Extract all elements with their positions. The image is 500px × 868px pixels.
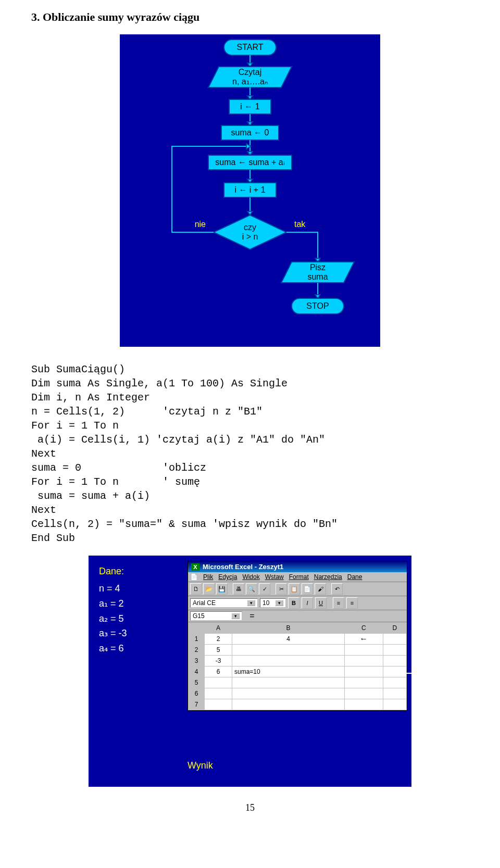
excel-toolbar[interactable]: 🗋 📂 💾 🖶 🔍 ✓ ✂ 📋 📄 🖌 ↶ — [188, 582, 407, 596]
corner-cell[interactable] — [189, 623, 205, 634]
row-header[interactable]: 2 — [189, 645, 205, 656]
undo-icon[interactable]: ↶ — [331, 583, 343, 595]
bold-icon[interactable]: B — [288, 597, 299, 609]
font-combo-value: Arial CE — [193, 599, 216, 607]
fontsize-value: 10 — [262, 599, 269, 607]
excel-menubar[interactable]: 📄 Plik Edycja Widok Wstaw Format Narzędz… — [188, 572, 407, 582]
name-box[interactable]: G15▾ — [190, 611, 242, 621]
svg-marker-20 — [315, 258, 320, 262]
code-comment: ' sumę — [162, 476, 200, 488]
cell[interactable] — [205, 699, 232, 710]
save-icon[interactable]: 💾 — [216, 583, 228, 595]
menu-item[interactable]: Dane — [347, 573, 362, 581]
print-icon[interactable]: 🖶 — [233, 583, 244, 595]
excel-format-bar[interactable]: Arial CE▾ 10▾ B I U ≡ ≡ — [188, 596, 407, 610]
svg-marker-14 — [247, 179, 253, 183]
flow-yes-label: tak — [294, 220, 306, 229]
col-header[interactable]: B — [232, 623, 345, 634]
excel-namebox-row[interactable]: G15▾ = — [188, 610, 407, 622]
fontsize-combo[interactable]: 10▾ — [260, 598, 286, 608]
flow-stop: STOP — [306, 301, 329, 310]
cell[interactable]: 4 — [232, 634, 345, 645]
cell[interactable] — [383, 656, 406, 666]
cell[interactable]: 2 — [205, 634, 232, 645]
code-line: For i = 1 To n — [31, 420, 119, 432]
cell[interactable] — [383, 634, 406, 645]
cell[interactable] — [232, 699, 345, 710]
formula-eq: = — [244, 611, 260, 621]
cell[interactable] — [345, 645, 383, 656]
flow-start: START — [237, 43, 264, 52]
align-left-icon[interactable]: ≡ — [333, 597, 344, 609]
wynik-label: Wynik — [188, 760, 401, 771]
code-line: suma = 0 — [31, 462, 81, 474]
cell[interactable] — [345, 699, 383, 710]
cell[interactable] — [345, 688, 383, 699]
col-header[interactable]: A — [205, 623, 232, 634]
preview-icon[interactable]: 🔍 — [246, 583, 257, 595]
spell-icon[interactable]: ✓ — [259, 583, 270, 595]
format-painter-icon[interactable]: 🖌 — [315, 583, 326, 595]
chevron-down-icon[interactable]: ▾ — [275, 600, 283, 606]
cell[interactable] — [345, 656, 383, 666]
cell[interactable]: 5 — [205, 645, 232, 656]
cell[interactable] — [383, 699, 406, 710]
cut-icon[interactable]: ✂ — [276, 583, 287, 595]
row-header[interactable]: 3 — [189, 656, 205, 666]
cell[interactable] — [383, 688, 406, 699]
col-header[interactable]: D — [383, 623, 406, 634]
cell[interactable] — [232, 656, 345, 666]
cell[interactable]: 6 — [205, 666, 232, 677]
flow-read-label: Czytaj — [239, 68, 261, 77]
col-header[interactable]: C — [345, 623, 383, 634]
svg-marker-2 — [247, 63, 253, 67]
flow-init-sum: suma ← 0 — [231, 128, 269, 137]
excel-file-icon: 📄 — [190, 573, 198, 581]
chevron-down-icon[interactable]: ▾ — [247, 600, 255, 606]
vba-code-block: Sub SumaCiągu() Dim suma As Single, a(1 … — [31, 362, 469, 545]
row-header[interactable]: 5 — [189, 677, 205, 688]
excel-grid[interactable]: A B C D 124← 25 3-3 46suma=10 5 6 7 — [188, 622, 407, 710]
cell[interactable] — [383, 645, 406, 656]
cell[interactable] — [232, 688, 345, 699]
cell[interactable] — [205, 688, 232, 699]
cell[interactable]: suma=10 — [232, 666, 345, 677]
menu-item[interactable]: Wstaw — [265, 573, 284, 581]
excel-title-text: Microsoft Excel - Zeszyt1 — [203, 563, 283, 571]
cell[interactable] — [345, 666, 383, 677]
underline-icon[interactable]: U — [315, 597, 327, 609]
menu-item[interactable]: Widok — [242, 573, 259, 581]
menu-item[interactable]: Narzędzia — [314, 573, 342, 581]
row-header[interactable]: 7 — [189, 699, 205, 710]
code-line: For i = 1 To n — [31, 476, 119, 488]
new-icon[interactable]: 🗋 — [190, 583, 202, 595]
row-header[interactable]: 4 — [189, 666, 205, 677]
align-center-icon[interactable]: ≡ — [346, 597, 358, 609]
cell[interactable] — [232, 677, 345, 688]
excel-illustration: Dane: n = 4 a₁ = 2 a₂ = 5 a₃ = -3 a₄ = 6… — [89, 556, 411, 787]
copy-icon[interactable]: 📋 — [289, 583, 300, 595]
excel-icon: X — [191, 563, 199, 571]
menu-item[interactable]: Format — [289, 573, 309, 581]
cell[interactable] — [383, 677, 406, 688]
cell[interactable]: -3 — [205, 656, 232, 666]
row-header[interactable]: 6 — [189, 688, 205, 699]
menu-item[interactable]: Plik — [203, 573, 213, 581]
open-icon[interactable]: 📂 — [203, 583, 215, 595]
row-header[interactable]: 1 — [189, 634, 205, 645]
cell[interactable] — [232, 645, 345, 656]
flow-loop-body: suma ← suma + aᵢ — [215, 158, 284, 167]
italic-icon[interactable]: I — [302, 597, 313, 609]
cell[interactable] — [205, 677, 232, 688]
paste-icon[interactable]: 📄 — [302, 583, 313, 595]
code-comment: 'oblicz — [162, 462, 206, 474]
chevron-down-icon[interactable]: ▾ — [231, 613, 240, 619]
flow-init-i: i ← 1 — [240, 102, 259, 111]
excel-titlebar: X Microsoft Excel - Zeszyt1 — [188, 561, 407, 572]
cell[interactable]: ← — [345, 634, 383, 645]
cell[interactable] — [345, 677, 383, 688]
code-line: Next — [31, 448, 56, 460]
font-combo[interactable]: Arial CE▾ — [190, 598, 258, 608]
menu-item[interactable]: Edycja — [218, 573, 237, 581]
flowchart-container: START Czytaj n, a₁….aₙ i ← 1 suma ← 0 — [31, 34, 469, 347]
